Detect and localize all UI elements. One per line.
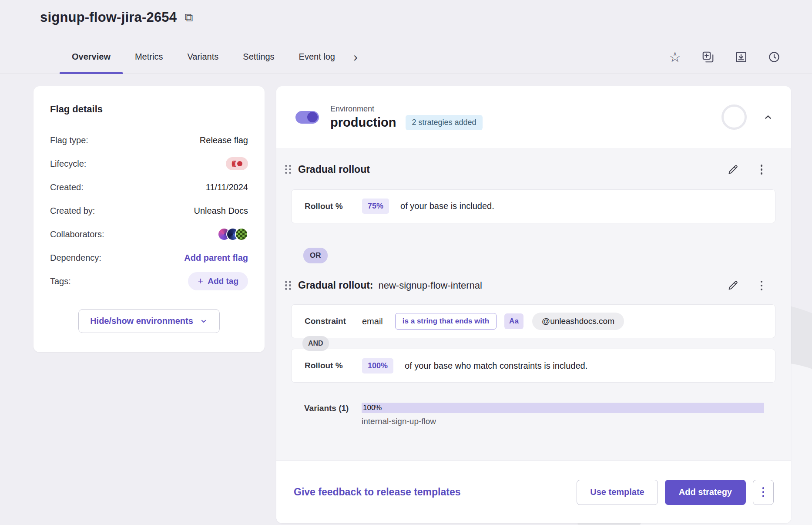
created-by-row: Created by: Unleash Docs <box>50 201 248 220</box>
footer-menu-button[interactable] <box>753 480 774 505</box>
case-sensitive-badge: Aa <box>504 313 523 329</box>
flag-details-title: Flag details <box>50 104 248 115</box>
add-parent-flag-link[interactable]: Add parent flag <box>184 253 248 263</box>
variant-percent: 100% <box>363 404 382 412</box>
avatar <box>235 228 248 241</box>
variants-label: Variants (1) <box>304 403 362 426</box>
lifecycle-row: Lifecycle: ((( <box>50 154 248 173</box>
release-templates-feedback-link[interactable]: Give feedback to release templates <box>294 486 461 498</box>
collaborators-row: Collaborators: <box>50 225 248 244</box>
pencil-icon <box>727 164 739 175</box>
flag-type-value: Release flag <box>200 135 248 145</box>
and-separator: AND <box>291 338 775 349</box>
lifecycle-completed-badge[interactable]: ((( <box>226 157 248 170</box>
edit-strategy-button[interactable] <box>727 164 739 175</box>
environment-label: Environment <box>330 104 483 114</box>
tab-metrics[interactable]: Metrics <box>123 40 175 74</box>
constraint-value-pill: @unleashdocs.com <box>532 313 624 330</box>
collaborators-label: Collaborators: <box>50 229 104 239</box>
environment-name: production <box>330 115 396 130</box>
tab-overview[interactable]: Overview <box>60 40 123 74</box>
add-tag-label: Add tag <box>208 276 238 286</box>
star-icon: ☆ <box>669 50 681 64</box>
tags-row: Tags: + Add tag <box>50 272 248 291</box>
flag-toolbar: ☆ <box>668 40 782 74</box>
created-by-label: Created by: <box>50 206 95 216</box>
strategies-panel: Gradual rollout Rollout % 75% of your ba… <box>276 148 791 461</box>
favorite-star-icon[interactable]: ☆ <box>668 50 682 64</box>
collaborator-avatars <box>218 228 248 241</box>
or-separator: OR <box>303 248 775 262</box>
tab-settings[interactable]: Settings <box>231 40 286 74</box>
exposure-ring-chart <box>721 104 747 130</box>
created-label: Created: <box>50 182 84 192</box>
strategy-one-title: Gradual rollout <box>298 164 370 175</box>
variant-bar-area: 100% internal-sign-up-flow <box>362 403 764 426</box>
tab-variants[interactable]: Variants <box>175 40 231 74</box>
variants-section: Variants (1) 100% internal-sign-up-flow <box>304 403 775 426</box>
flag-type-label: Flag type: <box>50 135 88 145</box>
variant-distribution-bar: 100% <box>362 403 764 413</box>
created-by-value: Unleash Docs <box>194 206 248 216</box>
hide-show-environments-label: Hide/show environments <box>90 316 193 326</box>
strategies-count-badge: 2 strategies added <box>406 115 482 130</box>
lifecycle-arcs-icon: ((( <box>232 159 235 168</box>
chevron-up-icon <box>762 111 774 123</box>
environment-text: Environment production 2 strategies adde… <box>330 104 483 130</box>
variant-name: internal-sign-up-flow <box>362 417 764 426</box>
constraint-field: email <box>362 316 383 326</box>
strategy-menu-button[interactable] <box>756 162 767 177</box>
rollout-card-one: Rollout % 75% of your base is included. <box>291 189 775 223</box>
created-row: Created: 11/11/2024 <box>50 178 248 197</box>
archive-flag-icon[interactable] <box>734 50 748 64</box>
rollout-percent-chip: 75% <box>362 199 389 214</box>
environment-toggle[interactable] <box>295 111 319 124</box>
page-title: signup-flow-jira-2654 <box>40 10 177 25</box>
copy-flag-name-icon[interactable]: ⧉ <box>185 12 193 24</box>
environment-footer: Give feedback to release templates Use t… <box>276 461 791 523</box>
tab-event-log[interactable]: Event log <box>287 40 347 74</box>
use-template-button[interactable]: Use template <box>577 480 658 505</box>
and-badge: AND <box>302 336 329 351</box>
drag-handle-icon[interactable] <box>282 278 294 293</box>
plus-icon: + <box>198 276 203 286</box>
constraint-operator-badge: is a string that ends with <box>395 313 497 330</box>
tabs-overflow-chevron-icon[interactable]: › <box>347 40 364 74</box>
tab-bar: Overview Metrics Variants Settings Event… <box>0 40 812 74</box>
hide-show-environments-button[interactable]: Hide/show environments <box>78 309 220 333</box>
pencil-icon <box>727 279 739 291</box>
strategy-two-header: Gradual rollout: new-signup-flow-interna… <box>282 262 775 305</box>
history-clock-icon[interactable] <box>767 50 782 64</box>
clock-icon <box>768 50 781 64</box>
page-header: signup-flow-jira-2654 ⧉ <box>40 10 193 25</box>
strategy-two-title: Gradual rollout: <box>298 279 373 291</box>
rollout-label: Rollout % <box>305 361 362 370</box>
lifecycle-label: Lifecycle: <box>50 159 86 169</box>
copy-flag-icon[interactable] <box>701 50 715 64</box>
archive-box-icon <box>735 50 748 64</box>
constraint-card: Constraint email is a string that ends w… <box>291 304 775 338</box>
flag-details-card: Flag details Flag type: Release flag Lif… <box>34 86 265 352</box>
chevron-down-icon <box>199 317 208 326</box>
or-badge: OR <box>303 248 328 263</box>
duplicate-icon <box>701 50 715 64</box>
environment-header: Environment production 2 strategies adde… <box>276 86 791 148</box>
flag-type-row: Flag type: Release flag <box>50 131 248 150</box>
collapse-environment-button[interactable] <box>762 111 774 123</box>
rollout-description: of your base is included. <box>400 201 494 211</box>
dependency-row: Dependency: Add parent flag <box>50 248 248 267</box>
strategy-two-subtitle: new-signup-flow-internal <box>379 280 482 291</box>
add-tag-button[interactable]: + Add tag <box>188 272 248 290</box>
strategy-one-header: Gradual rollout <box>282 148 775 189</box>
rollout-card-two: Rollout % 100% of your base who match co… <box>291 349 775 383</box>
created-value: 11/11/2024 <box>206 182 248 192</box>
rollout-label: Rollout % <box>305 202 362 211</box>
environment-card: Environment production 2 strategies adde… <box>276 86 791 523</box>
constraint-label: Constraint <box>305 316 362 326</box>
drag-handle-icon[interactable] <box>282 162 294 177</box>
dependency-label: Dependency: <box>50 253 101 263</box>
edit-strategy-button[interactable] <box>727 279 739 291</box>
lifecycle-dot-icon <box>237 161 242 166</box>
add-strategy-button[interactable]: Add strategy <box>665 480 746 505</box>
strategy-menu-button[interactable] <box>756 278 767 293</box>
